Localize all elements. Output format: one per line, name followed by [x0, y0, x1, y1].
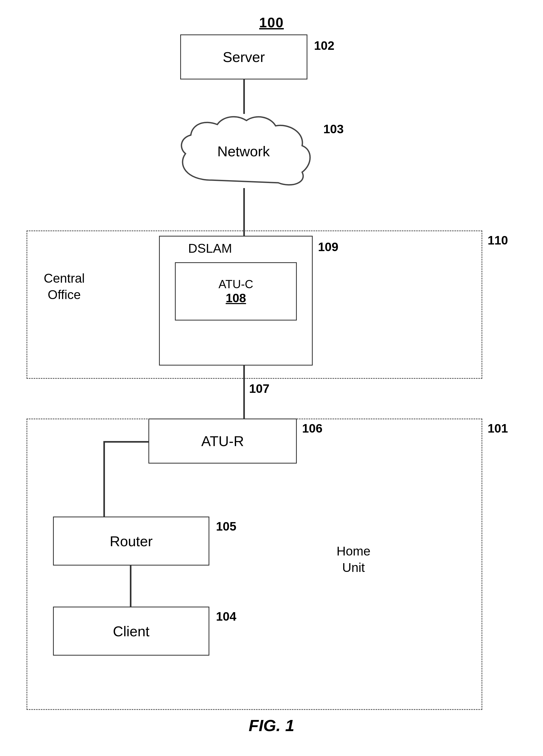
atu-c-box: ATU-C 108: [175, 262, 297, 321]
dslam-label: DSLAM: [188, 241, 232, 256]
router-box: Router: [53, 517, 209, 566]
server-box: Server: [180, 34, 308, 79]
home-unit-label: Home Unit: [337, 543, 371, 576]
server-label: Server: [222, 49, 265, 65]
connector-server-network: [243, 79, 245, 114]
atu-r-box: ATU-R: [148, 419, 297, 464]
atu-r-label: ATU-R: [201, 433, 244, 449]
diagram-title: 100: [259, 15, 284, 30]
network-ref-label: 103: [323, 122, 344, 136]
router-label: Router: [110, 533, 153, 549]
central-office-label: Central Office: [44, 270, 85, 303]
atu-c-ref: 108: [226, 291, 246, 305]
connector-atur-left: [103, 441, 149, 443]
client-ref-label: 104: [216, 609, 236, 624]
network-label: Network: [217, 143, 270, 159]
diagram: 100 Server 102 Network 103 Central Offic…: [0, 0, 543, 756]
connector-network-dslam: [243, 188, 245, 236]
atu-c-label: ATU-C: [218, 278, 253, 291]
router-ref-label: 105: [216, 519, 236, 533]
connector-router-client: [130, 566, 131, 607]
connector-dslam-atur: [243, 366, 245, 419]
wire-107-label: 107: [249, 381, 269, 396]
dslam-ref-label: 109: [318, 240, 339, 254]
client-box: Client: [53, 607, 209, 656]
client-label: Client: [113, 623, 149, 639]
home-unit-ref-label: 101: [488, 421, 508, 435]
atu-r-ref-label: 106: [302, 421, 323, 435]
server-ref-label: 102: [314, 38, 335, 53]
figure-caption: FIG. 1: [248, 716, 294, 735]
central-office-ref-label: 110: [488, 233, 508, 247]
